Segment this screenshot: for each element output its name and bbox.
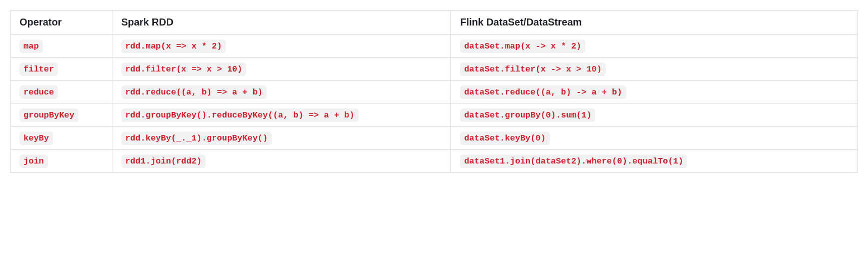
table-row: keyBy rdd.keyBy(_._1).groupByKey() dataS… <box>10 126 858 150</box>
table-row: reduce rdd.reduce((a, b) => a + b) dataS… <box>10 80 858 104</box>
code-spark: rdd.reduce((a, b) => a + b) <box>121 86 267 99</box>
cell-flink: dataSet.filter(x -> x > 10) <box>451 58 858 80</box>
code-operator: keyBy <box>19 132 53 145</box>
cell-operator: reduce <box>10 80 112 104</box>
code-spark: rdd.map(x => x * 2) <box>121 40 226 53</box>
cell-spark: rdd.keyBy(_._1).groupByKey() <box>112 126 451 150</box>
cell-flink: dataSet.groupBy(0).sum(1) <box>451 104 858 126</box>
cell-flink: dataSet.reduce((a, b) -> a + b) <box>451 80 858 104</box>
code-flink: dataSet.map(x -> x * 2) <box>460 40 585 53</box>
code-operator: map <box>19 40 43 53</box>
code-operator: groupByKey <box>19 108 78 122</box>
code-spark: rdd1.join(rdd2) <box>121 154 206 168</box>
code-spark: rdd.filter(x => x > 10) <box>121 62 247 76</box>
cell-operator: join <box>10 150 112 172</box>
cell-flink: dataSet1.join(dataSet2).where(0).equalTo… <box>451 150 858 172</box>
table-header-row: Operator Spark RDD Flink DataSet/DataStr… <box>10 10 858 34</box>
header-spark: Spark RDD <box>112 10 451 34</box>
code-spark: rdd.groupByKey().reduceByKey((a, b) => a… <box>121 108 359 122</box>
table-row: filter rdd.filter(x => x > 10) dataSet.f… <box>10 58 858 80</box>
code-operator: join <box>19 154 48 168</box>
cell-operator: filter <box>10 58 112 80</box>
code-operator: filter <box>19 62 58 76</box>
table-row: map rdd.map(x => x * 2) dataSet.map(x ->… <box>10 34 858 58</box>
code-flink: dataSet.filter(x -> x > 10) <box>460 62 605 76</box>
header-operator: Operator <box>10 10 112 34</box>
cell-flink: dataSet.keyBy(0) <box>451 126 858 150</box>
cell-spark: rdd.filter(x => x > 10) <box>112 58 451 80</box>
cell-spark: rdd.map(x => x * 2) <box>112 34 451 58</box>
table-row: join rdd1.join(rdd2) dataSet1.join(dataS… <box>10 150 858 172</box>
header-flink: Flink DataSet/DataStream <box>451 10 858 34</box>
comparison-table: Operator Spark RDD Flink DataSet/DataStr… <box>10 10 858 172</box>
code-flink: dataSet.keyBy(0) <box>460 132 549 145</box>
code-operator: reduce <box>19 86 58 99</box>
cell-flink: dataSet.map(x -> x * 2) <box>451 34 858 58</box>
cell-operator: groupByKey <box>10 104 112 126</box>
cell-spark: rdd1.join(rdd2) <box>112 150 451 172</box>
cell-operator: map <box>10 34 112 58</box>
table-row: groupByKey rdd.groupByKey().reduceByKey(… <box>10 104 858 126</box>
code-flink: dataSet1.join(dataSet2).where(0).equalTo… <box>460 154 687 168</box>
cell-spark: rdd.groupByKey().reduceByKey((a, b) => a… <box>112 104 451 126</box>
code-flink: dataSet.reduce((a, b) -> a + b) <box>460 86 626 99</box>
code-flink: dataSet.groupBy(0).sum(1) <box>460 108 595 122</box>
cell-operator: keyBy <box>10 126 112 150</box>
code-spark: rdd.keyBy(_._1).groupByKey() <box>121 132 272 145</box>
cell-spark: rdd.reduce((a, b) => a + b) <box>112 80 451 104</box>
